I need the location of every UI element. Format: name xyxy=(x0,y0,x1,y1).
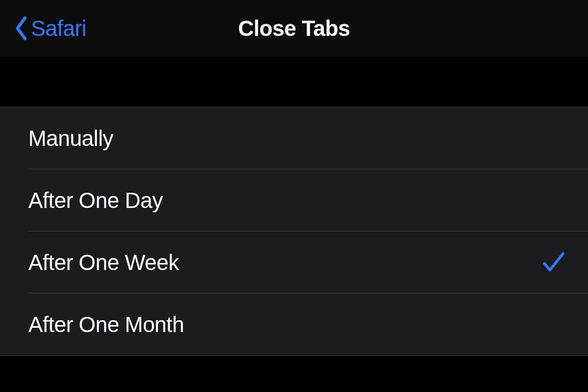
checkmark-icon xyxy=(540,249,566,275)
option-after-one-month[interactable]: After One Month xyxy=(0,293,588,356)
back-button-label: Safari xyxy=(31,16,87,41)
option-after-one-day[interactable]: After One Day xyxy=(0,169,588,231)
option-label: After One Week xyxy=(28,250,179,275)
navigation-bar: Safari Close Tabs xyxy=(0,0,588,57)
page-title: Close Tabs xyxy=(238,16,350,41)
back-button[interactable]: Safari xyxy=(14,16,87,41)
chevron-left-icon xyxy=(14,16,28,41)
option-label: Manually xyxy=(28,126,113,151)
option-label: After One Day xyxy=(28,188,163,213)
spacer xyxy=(0,57,588,107)
options-list: Manually After One Day After One Week Af… xyxy=(0,107,588,356)
option-label: After One Month xyxy=(28,313,184,337)
option-manually[interactable]: Manually xyxy=(0,107,588,169)
option-after-one-week[interactable]: After One Week xyxy=(0,231,588,293)
